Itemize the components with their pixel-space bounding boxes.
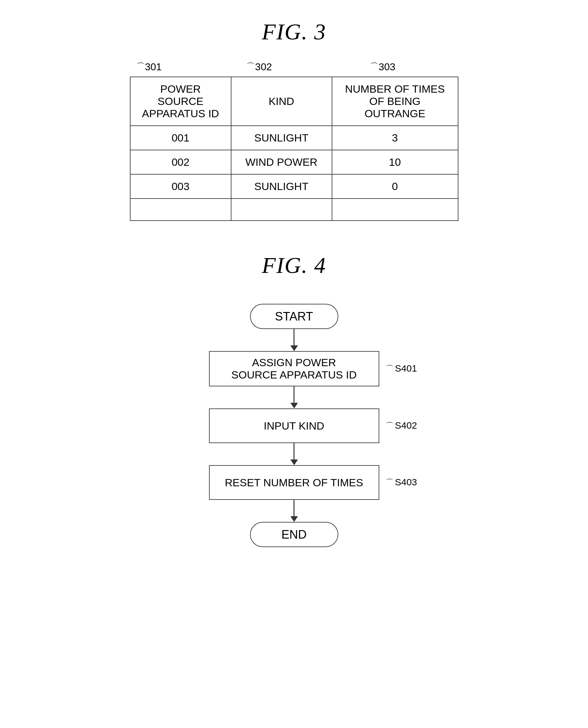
step-label-s403: ⌒S403 (385, 477, 417, 488)
table-wrapper: ⌒ 301 ⌒ 302 ⌒ 303 POWER SOURCEAPPARATUS … (130, 77, 458, 221)
arrow-head-3 (290, 459, 298, 465)
data-table: POWER SOURCEAPPARATUS ID KIND NUMBER OF … (130, 77, 458, 221)
col-labels: ⌒ 301 ⌒ 302 ⌒ 303 (130, 61, 458, 73)
arrow-head-2 (290, 403, 298, 408)
flowchart: START ASSIGN POWERSOURCE APPARATUS ID ⌒S… (209, 304, 379, 547)
end-label: END (281, 528, 307, 541)
step-s401-wrapper: ASSIGN POWERSOURCE APPARATUS ID ⌒S401 (209, 351, 379, 386)
arrow-head-4 (290, 516, 298, 522)
table-cell-1-times: 10 (332, 150, 458, 174)
arrow-head-1 (290, 345, 298, 351)
fig3-title: FIG. 3 (262, 19, 326, 45)
table-cell-2-id: 003 (130, 174, 231, 198)
step-s403-wrapper: RESET NUMBER OF TIMES ⌒S403 (209, 465, 379, 500)
table-row: 001SUNLIGHT3 (130, 126, 458, 150)
table-row: 002WIND POWER10 (130, 150, 458, 174)
table-cell-1-kind: WIND POWER (231, 150, 332, 174)
flow-end: END (250, 522, 338, 547)
fig4-section: FIG. 4 START ASSIGN POWERSOURCE APPARATU… (0, 253, 588, 547)
arrow-line-3 (294, 443, 294, 459)
label-303-text: 303 (379, 61, 395, 73)
col-label-303: ⌒ 303 (332, 61, 458, 73)
table-cell-1-id: 002 (130, 150, 231, 174)
flow-start: START (250, 304, 338, 329)
table-cell-2-times: 0 (332, 174, 458, 198)
header-times: NUMBER OF TIMESOF BEING OUTRANGE (332, 77, 458, 126)
arrow-2 (290, 386, 298, 408)
arrow-line-1 (294, 329, 294, 345)
table-cell-3-kind (231, 198, 332, 221)
arrow-3 (290, 443, 298, 465)
table-cell-0-times: 3 (332, 126, 458, 150)
col-label-301: ⌒ 301 (130, 61, 231, 73)
arrow-4 (290, 500, 298, 522)
start-label: START (275, 310, 313, 323)
arrow-line-4 (294, 500, 294, 516)
label-302-text: 302 (255, 61, 272, 73)
arrow-1 (290, 329, 298, 351)
table-row: 003SUNLIGHT0 (130, 174, 458, 198)
fig3-section: FIG. 3 ⌒ 301 ⌒ 302 ⌒ 303 POWER SOURCEAPP… (0, 0, 588, 221)
arrow-line-2 (294, 386, 294, 403)
table-row (130, 198, 458, 221)
flow-box-s401: ASSIGN POWERSOURCE APPARATUS ID (209, 351, 379, 386)
label-301-text: 301 (145, 61, 162, 73)
table-cell-0-id: 001 (130, 126, 231, 150)
step-s402-wrapper: INPUT KIND ⌒S402 (209, 408, 379, 443)
table-cell-0-kind: SUNLIGHT (231, 126, 332, 150)
table-cell-3-times (332, 198, 458, 221)
flow-box-s403: RESET NUMBER OF TIMES (209, 465, 379, 500)
flow-box-s402: INPUT KIND (209, 408, 379, 443)
table-cell-2-kind: SUNLIGHT (231, 174, 332, 198)
step-label-s401: ⌒S401 (385, 363, 417, 374)
header-id: POWER SOURCEAPPARATUS ID (130, 77, 231, 126)
col-label-302: ⌒ 302 (230, 61, 332, 73)
header-kind: KIND (231, 77, 332, 126)
fig4-title: FIG. 4 (262, 253, 326, 279)
step-label-s402: ⌒S402 (385, 420, 417, 431)
table-cell-3-id (130, 198, 231, 221)
